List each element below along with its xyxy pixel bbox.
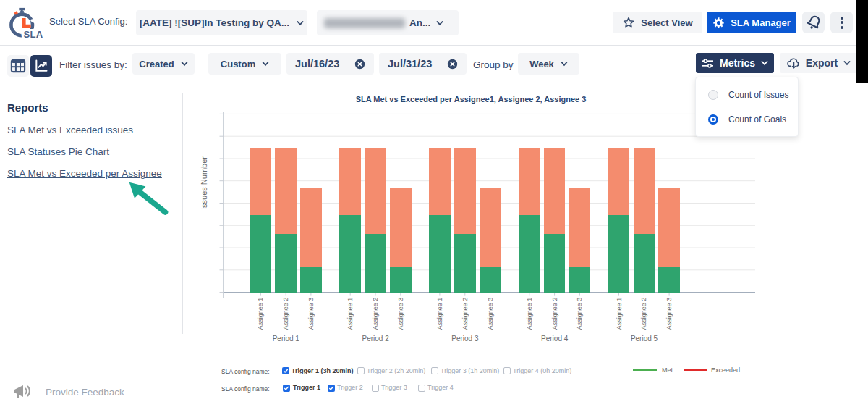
- svg-text:Issues Number: Issues Number: [200, 156, 208, 210]
- svg-text:SLA: SLA: [24, 29, 43, 40]
